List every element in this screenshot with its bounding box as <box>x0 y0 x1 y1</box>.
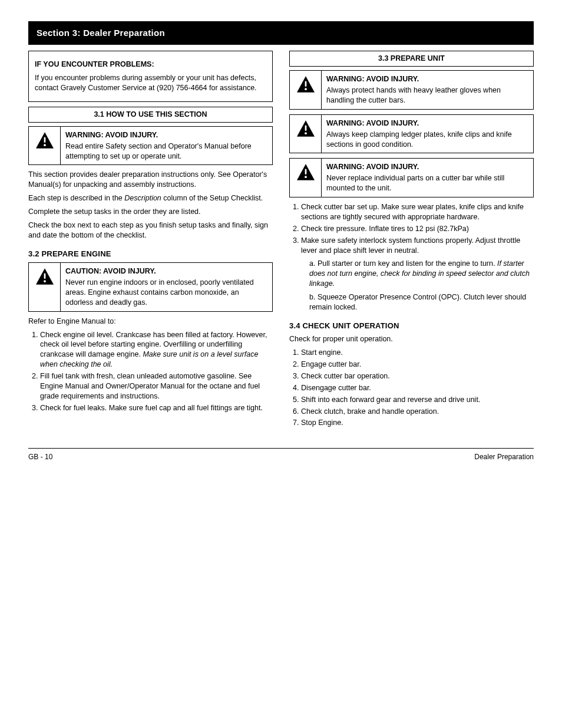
warning-title: WARNING: AVOID INJURY. <box>326 118 528 129</box>
section-header: Section 3: Dealer Preparation <box>28 21 534 45</box>
list-item: Engage cutter bar. <box>301 360 534 370</box>
section-3-3-heading: 3.3 PREPARE UNIT <box>289 51 534 67</box>
warning-body: Read entire Safety section and Operator'… <box>65 141 267 162</box>
warning-icon-cell <box>290 71 322 110</box>
problems-heading: IF YOU ENCOUNTER PROBLEMS: <box>35 60 154 68</box>
warning-title: WARNING: AVOID INJURY. <box>326 162 528 172</box>
section-3-2-heading: 3.2 PREPARE ENGINE <box>28 249 273 259</box>
warning-text-cell: WARNING: AVOID INJURY. Always keep clamp… <box>322 114 534 153</box>
svg-point-7 <box>305 132 307 134</box>
alert-triangle-icon <box>296 174 316 183</box>
problems-body: If you encounter problems during assembl… <box>35 73 266 93</box>
svg-rect-8 <box>305 169 306 175</box>
warning-title: WARNING: AVOID INJURY. <box>65 130 267 140</box>
svg-rect-2 <box>44 274 45 279</box>
section-3-4-heading: 3.4 CHECK UNIT OPERATION <box>289 321 534 331</box>
warning-icon-cell <box>290 114 322 153</box>
footer-page-number: GB - 10 <box>28 452 52 462</box>
check-operation-intro: Check for proper unit operation. <box>289 334 534 344</box>
sub-step-b: b. Squeeze Operator Presence Control (OP… <box>309 292 534 312</box>
svg-point-9 <box>305 176 307 179</box>
left-column: IF YOU ENCOUNTER PROBLEMS: If you encoun… <box>28 51 273 431</box>
caution-title: CAUTION: AVOID INJURY. <box>65 266 267 276</box>
warning-body: Never replace individual parts on a cutt… <box>326 173 528 193</box>
warning-text-cell: WARNING: AVOID INJURY. Always protect ha… <box>322 71 534 110</box>
list-item: Start engine. <box>301 348 534 358</box>
caution-body: Never run engine indoors or in enclosed,… <box>65 278 267 308</box>
list-item: Check cutter bar operation. <box>301 371 534 381</box>
list-item: Shift into each forward gear and reverse… <box>301 395 534 405</box>
warning-text-cell: WARNING: AVOID INJURY. Never replace ind… <box>322 159 534 197</box>
svg-rect-0 <box>44 137 45 143</box>
para-check-box: Check the box next to each step as you f… <box>28 220 273 241</box>
para-complete-order: Complete the setup tasks in the order th… <box>28 207 273 217</box>
section-3-1-heading: 3.1 HOW TO USE THIS SECTION <box>28 107 273 123</box>
problems-callout-box: IF YOU ENCOUNTER PROBLEMS: If you encoun… <box>28 51 273 102</box>
footer-section-label: Dealer Preparation <box>474 452 534 462</box>
warning-body: Always protect hands with heavy leather … <box>326 85 528 106</box>
list-item: Stop Engine. <box>301 418 534 428</box>
warning-title: WARNING: AVOID INJURY. <box>326 74 528 84</box>
operation-check-list: Start engine. Engage cutter bar. Check c… <box>301 348 534 428</box>
caution-text-cell: CAUTION: AVOID INJURY. Never run engine … <box>61 263 273 312</box>
svg-point-1 <box>44 144 46 146</box>
list-item: Fill fuel tank with fresh, clean unleade… <box>40 371 273 401</box>
alert-triangle-icon <box>35 279 55 287</box>
warning-body: Always keep clamping ledger plates, knif… <box>326 130 528 150</box>
warning-cutter-bar-mounted: WARNING: AVOID INJURY. Never replace ind… <box>289 158 534 197</box>
refer-engine-manual: Refer to Engine Manual to: <box>28 317 273 327</box>
list-item: Disengage cutter bar. <box>301 383 534 393</box>
alert-triangle-icon <box>296 87 316 95</box>
prepare-unit-list: Check cutter bar set up. Make sure wear … <box>301 202 534 312</box>
warning-gloves: WARNING: AVOID INJURY. Always protect ha… <box>289 70 534 110</box>
sub-step-a: a. Pull starter or turn key and listen f… <box>309 259 534 289</box>
warning-icon-cell <box>290 159 322 197</box>
svg-point-3 <box>44 280 46 282</box>
warning-read-manual: WARNING: AVOID INJURY. Read entire Safet… <box>28 126 273 166</box>
list-item: Check clutch, brake and handle operation… <box>301 407 534 417</box>
svg-rect-4 <box>305 81 306 87</box>
para-description-col: Each step is described in the Descriptio… <box>28 193 273 203</box>
para-dealer-prep: This section provides dealer preparation… <box>28 170 273 190</box>
caution-engine-exhaust: CAUTION: AVOID INJURY. Never run engine … <box>28 262 273 312</box>
right-column: 3.3 PREPARE UNIT WARNING: AVOID INJURY. … <box>289 51 534 431</box>
warning-ledger-plates: WARNING: AVOID INJURY. Always keep clamp… <box>289 114 534 154</box>
list-item: Check cutter bar set up. Make sure wear … <box>301 202 534 222</box>
caution-icon-cell <box>29 263 61 312</box>
warning-icon-cell <box>29 126 61 165</box>
list-item: Make sure safety interlock system functi… <box>301 236 534 312</box>
svg-point-5 <box>305 88 307 90</box>
list-item: Check for fuel leaks. Make sure fuel cap… <box>40 403 273 413</box>
warning-text-cell: WARNING: AVOID INJURY. Read entire Safet… <box>61 126 273 165</box>
alert-triangle-icon <box>35 143 55 151</box>
two-column-layout: IF YOU ENCOUNTER PROBLEMS: If you encoun… <box>28 51 534 431</box>
page-footer: GB - 10 Dealer Preparation <box>28 448 534 462</box>
list-item: Check engine oil level. Crankcase has be… <box>40 330 273 370</box>
list-item: Check tire pressure. Inflate tires to 12… <box>301 224 534 234</box>
engine-prep-list: Check engine oil level. Crankcase has be… <box>40 330 273 413</box>
svg-rect-6 <box>305 125 306 131</box>
alert-triangle-icon <box>296 131 316 139</box>
